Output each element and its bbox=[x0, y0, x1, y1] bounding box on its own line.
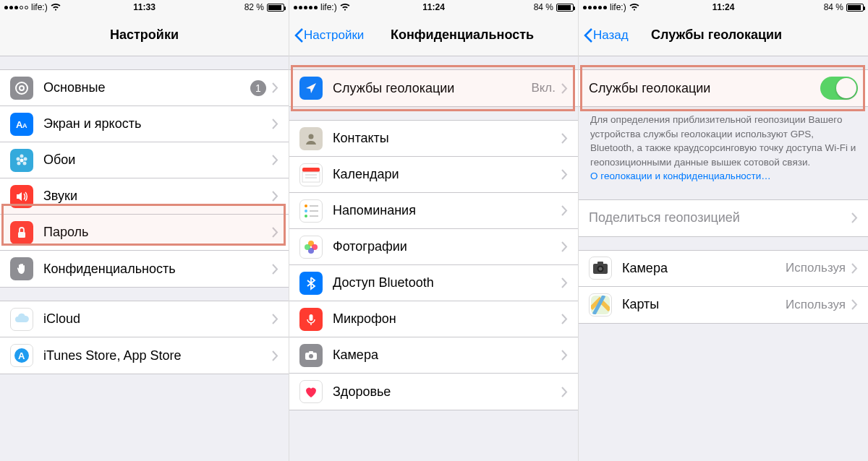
screen-location-services: life:) 11:24 84 % Назад Службы геолокаци… bbox=[579, 0, 868, 461]
row-app-camera[interactable]: Камера Используя bbox=[579, 251, 868, 287]
svg-rect-10 bbox=[18, 232, 25, 238]
gear-icon bbox=[10, 77, 33, 100]
row-sounds[interactable]: Звуки bbox=[0, 178, 289, 215]
svg-point-30 bbox=[309, 354, 313, 358]
status-time: 11:24 bbox=[289, 2, 578, 12]
camera-app-icon bbox=[589, 257, 612, 280]
svg-point-20 bbox=[305, 215, 307, 217]
lock-icon bbox=[10, 221, 33, 244]
hand-icon bbox=[10, 257, 33, 280]
chevron-right-icon bbox=[561, 241, 568, 252]
row-label: Камера bbox=[622, 261, 786, 276]
location-services-toggle[interactable] bbox=[820, 77, 858, 100]
svg-point-7 bbox=[23, 161, 27, 165]
row-label: Службы геолокации bbox=[333, 81, 531, 96]
badge: 1 bbox=[250, 80, 266, 96]
status-bar: life:) 11:33 82 % bbox=[0, 0, 289, 14]
row-location-services[interactable]: Службы геолокации Вкл. bbox=[289, 70, 578, 106]
svg-point-1 bbox=[20, 86, 24, 90]
row-label: Обои bbox=[43, 152, 272, 168]
row-location-toggle: Службы геолокации bbox=[579, 70, 868, 106]
toggle-label: Службы геолокации bbox=[589, 81, 820, 96]
about-location-link[interactable]: О геолокации и конфиденциальности… bbox=[590, 171, 771, 181]
svg-rect-14 bbox=[302, 168, 320, 172]
nav-title: Настройки bbox=[0, 27, 289, 43]
chevron-right-icon bbox=[561, 387, 568, 397]
chevron-right-icon bbox=[561, 350, 568, 361]
svg-point-27 bbox=[305, 244, 310, 250]
row-value: Вкл. bbox=[531, 81, 556, 95]
row-reminders[interactable]: Напоминания bbox=[289, 193, 578, 229]
nav-bar: Настройки bbox=[0, 14, 289, 56]
row-general[interactable]: Основные 1 bbox=[0, 70, 289, 106]
location-arrow-icon bbox=[299, 77, 323, 100]
chevron-right-icon bbox=[561, 205, 568, 216]
status-time: 11:24 bbox=[579, 2, 868, 12]
chevron-right-icon bbox=[272, 264, 278, 275]
row-contacts[interactable]: Контакты bbox=[289, 121, 578, 157]
svg-point-13 bbox=[309, 134, 314, 139]
back-label: Назад bbox=[593, 28, 629, 43]
chevron-right-icon bbox=[851, 212, 858, 223]
camera-icon bbox=[299, 344, 323, 367]
row-label: Контакты bbox=[333, 131, 561, 146]
chevron-right-icon bbox=[272, 191, 278, 202]
row-label: Здоровье bbox=[333, 384, 561, 400]
calendar-icon bbox=[299, 163, 323, 186]
chevron-right-icon bbox=[561, 169, 568, 180]
chevron-right-icon bbox=[851, 299, 858, 310]
row-display[interactable]: AA Экран и яркость bbox=[0, 106, 289, 142]
back-button[interactable]: Настройки bbox=[294, 27, 364, 43]
row-passcode[interactable]: Пароль bbox=[0, 215, 289, 251]
row-label: Основные bbox=[43, 80, 250, 95]
row-bluetooth[interactable]: Доступ Bluetooth bbox=[289, 265, 578, 301]
back-button[interactable]: Назад bbox=[583, 27, 629, 43]
svg-point-34 bbox=[599, 267, 603, 271]
svg-rect-35 bbox=[597, 262, 603, 264]
reminders-icon bbox=[299, 199, 323, 223]
row-value: Используя bbox=[786, 298, 846, 312]
chevron-right-icon bbox=[561, 133, 568, 144]
row-label: Поделиться геопозицией bbox=[589, 210, 851, 225]
chevron-right-icon bbox=[561, 277, 568, 288]
row-privacy[interactable]: Конфиденциальность bbox=[0, 251, 289, 287]
row-store[interactable]: A iTunes Store, App Store bbox=[0, 337, 289, 374]
status-bar: life:) 11:24 84 % bbox=[579, 0, 868, 14]
svg-point-18 bbox=[305, 204, 307, 207]
flower-icon bbox=[10, 149, 33, 172]
row-microphone[interactable]: Микрофон bbox=[289, 301, 578, 337]
chevron-right-icon bbox=[851, 263, 858, 274]
svg-point-19 bbox=[305, 210, 307, 212]
row-label: Пароль bbox=[43, 225, 272, 240]
row-icloud[interactable]: iCloud bbox=[0, 301, 289, 337]
svg-point-4 bbox=[20, 158, 24, 162]
row-health[interactable]: Здоровье bbox=[289, 374, 578, 410]
row-calendars[interactable]: Календари bbox=[289, 157, 578, 193]
chevron-right-icon bbox=[272, 155, 278, 165]
row-share-location[interactable]: Поделиться геопозицией bbox=[579, 200, 868, 236]
svg-point-6 bbox=[24, 157, 27, 160]
nav-bar: Назад Службы геолокации bbox=[579, 14, 868, 56]
row-camera[interactable]: Камера bbox=[289, 337, 578, 374]
svg-rect-31 bbox=[309, 351, 313, 353]
screen-privacy: life:) 11:24 84 % Настройки Конфиденциал… bbox=[289, 0, 579, 461]
row-app-maps[interactable]: Карты Используя bbox=[579, 287, 868, 323]
row-label: iCloud bbox=[43, 311, 272, 327]
row-photos[interactable]: Фотографии bbox=[289, 229, 578, 265]
nav-bar: Настройки Конфиденциальность bbox=[289, 14, 578, 56]
screen-settings: life:) 11:33 82 % Настройки Основные bbox=[0, 0, 289, 461]
row-wallpaper[interactable]: Обои bbox=[0, 142, 289, 178]
battery-icon bbox=[267, 4, 284, 12]
row-label: Календари bbox=[333, 167, 561, 182]
svg-rect-15 bbox=[302, 172, 320, 182]
svg-point-0 bbox=[16, 82, 27, 94]
contacts-icon bbox=[299, 127, 323, 150]
cloud-icon bbox=[10, 308, 33, 331]
bluetooth-icon bbox=[299, 272, 323, 295]
text-size-icon: AA bbox=[10, 113, 33, 136]
chevron-right-icon bbox=[272, 82, 278, 93]
chevron-right-icon bbox=[561, 83, 568, 94]
svg-point-8 bbox=[17, 161, 21, 165]
row-label: Фотографии bbox=[333, 239, 561, 254]
chevron-right-icon bbox=[272, 119, 278, 129]
